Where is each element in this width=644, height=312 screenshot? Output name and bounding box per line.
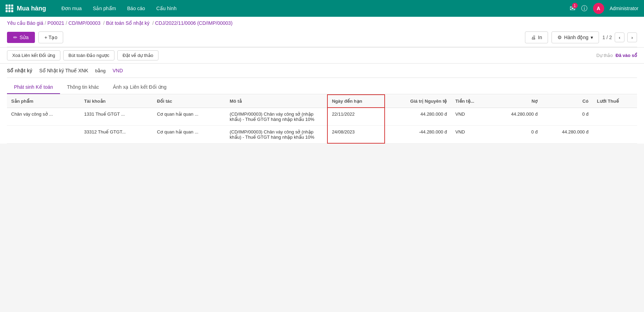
main-content: Sổ nhật ký Sổ Nhật ký Thuế XNK bằng VND … bbox=[0, 64, 644, 144]
cell-mo-ta-2[interactable]: (CD/IMP/00003) Chân váy công sở (nhập kh… bbox=[225, 125, 327, 143]
print-icon: 🖨 bbox=[531, 35, 536, 40]
table-row: 33312 Thuế GTGT... Cơ quan hải quan ... … bbox=[7, 125, 637, 143]
cell-ngay-den-han-1[interactable]: 22/11/2022 bbox=[327, 108, 385, 125]
nav-cau-hinh[interactable]: Cấu hình bbox=[151, 3, 182, 13]
edit-button[interactable]: ✏ Sửa bbox=[7, 32, 35, 43]
print-label: In bbox=[538, 35, 542, 40]
nav-menu: Đơn mua Sản phẩm Báo cáo Cấu hình bbox=[57, 3, 570, 13]
table-row: Chân váy công sở ... 1331 Thuế GTGT ... … bbox=[7, 108, 637, 125]
pencil-icon: ✏ bbox=[13, 35, 17, 40]
journal-name[interactable]: Sổ Nhật ký Thuế XNK bbox=[39, 68, 88, 73]
edit-label: Sửa bbox=[20, 35, 29, 40]
cell-tien-te-2: VND bbox=[451, 125, 491, 143]
brand-name: Mua hàng bbox=[17, 5, 46, 12]
journal-currency[interactable]: VND bbox=[113, 68, 123, 73]
col-ngay-den-han: Ngày đến hạn bbox=[327, 95, 385, 108]
cell-san-pham-1[interactable]: Chân váy công sở ... bbox=[7, 108, 80, 125]
col-san-pham: Sản phẩm bbox=[7, 95, 80, 108]
user-name[interactable]: Administrator bbox=[610, 6, 638, 11]
breadcrumb-sep-4: / bbox=[152, 20, 154, 26]
breadcrumb-sep-2: / bbox=[66, 20, 67, 26]
cell-co-2: 44.280.000 đ bbox=[542, 125, 593, 143]
breadcrumb-sep-3: / bbox=[103, 20, 105, 26]
pagination: 1 / 2 ‹ › bbox=[602, 32, 637, 42]
next-page-button[interactable]: › bbox=[627, 32, 637, 42]
breadcrumb-yeu-cau[interactable]: Yêu cầu Báo giá bbox=[7, 20, 43, 26]
breadcrumb-cdimp[interactable]: CD/IMP/00003 bbox=[68, 20, 101, 26]
app-grid-icon[interactable] bbox=[6, 5, 13, 12]
action-button[interactable]: ⚙ Hành động ▾ bbox=[552, 31, 599, 43]
cell-no-2: 0 đ bbox=[491, 125, 542, 143]
col-no: Nợ bbox=[491, 95, 542, 108]
breadcrumb-p00021[interactable]: P00021 bbox=[47, 20, 64, 26]
cell-ngay-den-han-2[interactable]: 24/08/2023 bbox=[327, 125, 385, 143]
journal-bar: Sổ nhật ký Sổ Nhật ký Thuế XNK bằng VND bbox=[7, 64, 637, 78]
action-bar: Xoá Liên kết Đối ứng Bút toán Đảo ngược … bbox=[0, 48, 644, 64]
notification-badge: 1 bbox=[572, 3, 578, 8]
navbar-right: ✉ 1 ⓘ A Administrator bbox=[570, 3, 638, 14]
tab-anh-xa[interactable]: Ánh xạ Liên kết Đối ứng bbox=[106, 81, 174, 94]
nav-san-pham[interactable]: Sản phẩm bbox=[88, 3, 121, 13]
cell-mo-ta-1[interactable]: (CD/IMP/00003) Chân váy công sở (nhập kh… bbox=[225, 108, 327, 125]
but-toan-dao-nguoc-button[interactable]: Bút toán Đảo ngược bbox=[63, 50, 114, 60]
prev-page-button[interactable]: ‹ bbox=[615, 32, 624, 42]
navbar: Mua hàng Đơn mua Sản phẩm Báo cáo Cấu hì… bbox=[0, 0, 644, 17]
cell-gia-tri-2: -44.280.000 đ bbox=[385, 125, 451, 143]
cell-tai-khoan-1[interactable]: 1331 Thuế GTGT ... bbox=[80, 108, 153, 125]
xoa-lien-ket-button[interactable]: Xoá Liên kết Đối ứng bbox=[7, 50, 60, 60]
cell-doi-tac-2[interactable]: Cơ quan hải quan ... bbox=[153, 125, 225, 143]
nav-don-mua[interactable]: Đơn mua bbox=[57, 3, 87, 13]
chevron-down-icon: ▾ bbox=[591, 35, 593, 40]
col-mo-ta: Mô tả bbox=[225, 95, 327, 108]
create-label: + Tạo bbox=[44, 35, 57, 40]
cell-san-pham-2[interactable] bbox=[7, 125, 80, 143]
tab-phat-sinh-ke-toan[interactable]: Phát sinh Kế toán bbox=[7, 81, 60, 94]
tabs: Phát sinh Kế toán Thông tin khác Ánh xạ … bbox=[7, 81, 637, 94]
status-active: Đã vào sổ bbox=[616, 53, 637, 58]
cell-no-1: 44.280.000 đ bbox=[491, 108, 542, 125]
pagination-info: 1 / 2 bbox=[602, 35, 612, 40]
action-label: Hành động bbox=[564, 35, 589, 40]
col-tien-te: Tiền tệ... bbox=[451, 95, 491, 108]
toolbar: ✏ Sửa + Tạo 🖨 In ⚙ Hành động ▾ 1 / 2 ‹ › bbox=[7, 28, 637, 47]
col-co: Có bbox=[542, 95, 593, 108]
tab-thong-tin-khac[interactable]: Thông tin khác bbox=[60, 81, 106, 94]
breadcrumb-but-toan[interactable]: Bút toán Sổ nhật ký bbox=[106, 20, 150, 26]
col-gia-tri: Giá trị Nguyên tệ bbox=[385, 95, 451, 108]
brand-area[interactable]: Mua hàng bbox=[6, 5, 46, 12]
print-button[interactable]: 🖨 In bbox=[525, 31, 548, 43]
status-draft: Dự thảo bbox=[596, 53, 613, 58]
journal-label: Sổ nhật ký bbox=[7, 68, 32, 73]
user-avatar: A bbox=[593, 3, 604, 14]
col-luoi-thue: Lưới Thuế bbox=[593, 95, 637, 108]
currency-by-label: bằng bbox=[95, 68, 106, 73]
cell-luoi-thue-1 bbox=[593, 108, 637, 125]
dat-ve-du-thao-button[interactable]: Đặt về dự thảo bbox=[117, 50, 158, 60]
cell-doi-tac-1[interactable]: Cơ quan hải quan ... bbox=[153, 108, 225, 125]
cell-tien-te-1: VND bbox=[451, 108, 491, 125]
journal-table: Sản phẩm Tài khoản Đối tác Mô tả Ngày đế… bbox=[7, 94, 637, 144]
breadcrumb-sep-1: / bbox=[45, 20, 46, 26]
table-header-row: Sản phẩm Tài khoản Đối tác Mô tả Ngày đế… bbox=[7, 95, 637, 108]
cell-co-1: 0 đ bbox=[542, 108, 593, 125]
table-container: Sản phẩm Tài khoản Đối tác Mô tả Ngày đế… bbox=[7, 94, 637, 144]
help-button[interactable]: ⓘ bbox=[581, 4, 587, 13]
breadcrumb-area: Yêu cầu Báo giá / P00021 / CD/IMP/00003 … bbox=[0, 17, 644, 48]
create-button[interactable]: + Tạo bbox=[38, 31, 63, 43]
col-tai-khoan: Tài khoản bbox=[80, 95, 153, 108]
cell-gia-tri-1: 44.280.000 đ bbox=[385, 108, 451, 125]
breadcrumb: Yêu cầu Báo giá / P00021 / CD/IMP/00003 … bbox=[7, 20, 637, 26]
col-doi-tac: Đối tác bbox=[153, 95, 225, 108]
cell-luoi-thue-2 bbox=[593, 125, 637, 143]
cell-tai-khoan-2[interactable]: 33312 Thuế GTGT... bbox=[80, 125, 153, 143]
nav-bao-cao[interactable]: Báo cáo bbox=[122, 3, 150, 13]
notification-button[interactable]: ✉ 1 bbox=[570, 4, 576, 13]
gear-icon: ⚙ bbox=[557, 35, 562, 40]
breadcrumb-cdj[interactable]: CDJ/2022/11/0006 (CD/IMP/00003) bbox=[155, 20, 232, 26]
